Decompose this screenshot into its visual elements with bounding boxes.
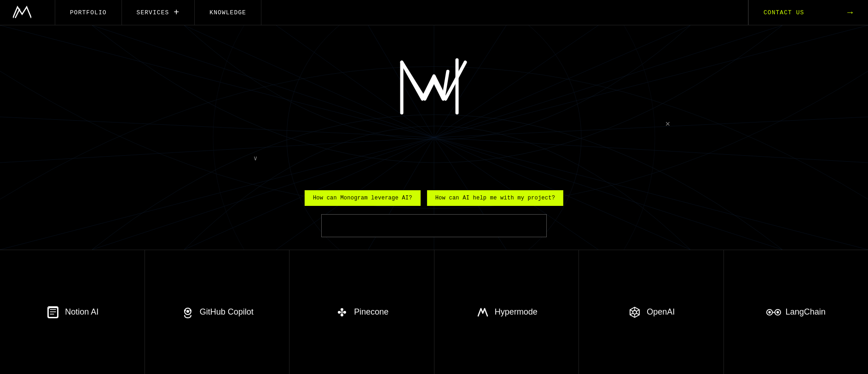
chevron-down-button[interactable]: ∨ — [249, 153, 262, 163]
svg-line-23 — [434, 117, 868, 138]
svg-point-33 — [190, 310, 191, 311]
langchain-icon — [766, 305, 781, 320]
svg-point-38 — [341, 311, 343, 314]
nav-logo[interactable] — [0, 0, 55, 25]
chip-project[interactable]: How can AI help me with my project? — [427, 190, 563, 206]
brand-github-copilot: GitHub Copilot — [145, 250, 290, 374]
pinecone-label: Pinecone — [354, 307, 388, 317]
svg-line-24 — [0, 138, 434, 163]
brand-langchain: LangChain — [724, 250, 868, 374]
openai-label: OpenAI — [647, 307, 675, 317]
svg-point-36 — [343, 311, 346, 314]
chip-monogram[interactable]: How can Monogram leverage AI? — [305, 190, 421, 206]
svg-point-50 — [776, 311, 779, 313]
svg-line-22 — [0, 117, 434, 138]
brand-hypermode: Hypermode — [434, 250, 579, 374]
nav-spacer — [261, 0, 748, 25]
svg-line-1 — [92, 25, 434, 138]
svg-point-32 — [184, 310, 186, 311]
hypermode-label: Hypermode — [495, 307, 538, 317]
hero-logo — [397, 48, 471, 124]
github-copilot-icon — [180, 305, 195, 320]
nav-contact[interactable]: CONTACT US → — [748, 0, 868, 25]
navigation: PORTFOLIO SERVICES + KNOWLEDGE CONTACT U… — [0, 0, 868, 25]
svg-point-39 — [633, 310, 637, 314]
notion-icon — [46, 305, 60, 320]
search-input[interactable] — [321, 214, 547, 237]
svg-line-0 — [0, 25, 434, 138]
openai-icon — [627, 305, 642, 320]
nav-knowledge[interactable]: KNOWLEDGE — [195, 0, 261, 25]
svg-line-9 — [434, 25, 782, 138]
notion-label: Notion AI — [65, 307, 98, 317]
svg-line-25 — [434, 138, 868, 163]
brand-openai: OpenAI — [579, 250, 724, 374]
svg-line-43 — [637, 313, 639, 315]
suggestion-chips: How can Monogram leverage AI? How can AI… — [305, 190, 563, 206]
pinecone-icon — [335, 305, 349, 320]
github-copilot-label: GitHub Copilot — [200, 307, 254, 317]
nav-portfolio[interactable]: PORTFOLIO — [55, 0, 122, 25]
svg-line-2 — [184, 25, 434, 138]
close-button[interactable]: × — [661, 117, 675, 131]
contact-arrow-icon: → — [847, 7, 853, 18]
svg-point-35 — [341, 308, 343, 311]
brand-notion: Notion AI — [0, 250, 145, 374]
svg-point-37 — [341, 314, 343, 316]
brand-logos-bar: Notion AI GitHub Copilot — [0, 250, 868, 374]
svg-line-8 — [434, 25, 690, 138]
hypermode-icon — [475, 305, 490, 320]
svg-line-42 — [630, 310, 633, 311]
langchain-label: LangChain — [786, 307, 826, 317]
svg-point-49 — [768, 311, 770, 313]
svg-point-31 — [186, 310, 189, 313]
hero-section: × ∨ How can Monogram leverage AI? How ca… — [0, 25, 868, 250]
search-container — [321, 214, 547, 237]
svg-point-34 — [338, 311, 341, 314]
nav-services[interactable]: SERVICES + — [122, 0, 195, 25]
svg-line-45 — [630, 313, 633, 315]
services-plus-icon: + — [174, 7, 179, 18]
svg-line-44 — [637, 310, 639, 311]
brand-pinecone: Pinecone — [289, 250, 434, 374]
svg-line-10 — [434, 25, 868, 138]
